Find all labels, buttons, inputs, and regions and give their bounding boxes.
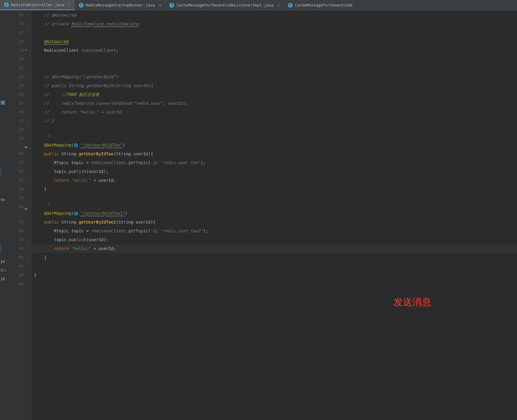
code-line[interactable]: RedissonClient redissonClient;: [32, 46, 517, 55]
tab-redis-pub-controller[interactable]: C RedisPubController.java ×: [0, 0, 75, 10]
token: (userId);: [86, 237, 109, 242]
line-number[interactable]: 32: [6, 167, 32, 176]
code-line[interactable]: // @GetMapping("/getUserById"): [32, 72, 517, 81]
request-mapping-icon[interactable]: ◉: [25, 144, 27, 149]
fold-indicator[interactable]: —: [26, 13, 31, 17]
code-line[interactable]: RTopic topic = redissonClient.getTopic( …: [32, 158, 517, 167]
line-number[interactable]: 31: [6, 158, 32, 167]
code-line[interactable]: public String getUserByIdTwo(String user…: [32, 149, 517, 158]
fold-indicator[interactable]: —: [26, 75, 31, 79]
code-line[interactable]: [32, 125, 517, 134]
code-line[interactable]: }: [32, 271, 517, 279]
line-number[interactable]: 25: [6, 99, 32, 108]
token: }: [34, 187, 46, 191]
token: [34, 178, 54, 183]
line-number[interactable]: 17: [6, 28, 32, 37]
line-number-gutter[interactable]: 15—16⌄171819➜202122—2324252627⌄282930⌄◉3…: [6, 11, 32, 420]
code-line[interactable]: }: [32, 185, 517, 194]
token: "/getUserByIdTwo": [80, 143, 122, 147]
line-number[interactable]: 37: [6, 218, 32, 226]
line-number[interactable]: 38: [6, 226, 32, 235]
token: [34, 39, 44, 44]
editor-tab-bar: C RedisPubController.java × C RedisMessa…: [0, 0, 517, 11]
close-icon[interactable]: ×: [68, 3, 71, 7]
code-line[interactable]: // redisTemplate.convertAndSend("redis.u…: [32, 99, 517, 108]
vcs-modified-marker[interactable]: [0, 244, 1, 253]
bean-nav-icon[interactable]: ➜: [25, 47, 27, 52]
token: [34, 211, 44, 216]
tab-redis-message-startup-runner[interactable]: C RedisMessageStartupRunner.java ×: [75, 0, 166, 10]
code-line[interactable]: }: [32, 253, 517, 262]
line-number[interactable]: 20: [6, 55, 32, 64]
code-line[interactable]: // return "hello:" + userId;: [32, 108, 517, 116]
line-number[interactable]: 23: [6, 81, 32, 90]
line-number[interactable]: 19: [6, 46, 32, 55]
line-number[interactable]: 26: [6, 108, 32, 116]
tab-label: CacheMessageForTenantCode: [295, 3, 353, 7]
fold-indicator[interactable]: ⌄: [26, 22, 31, 26]
tab-cache-message-tenant-code[interactable]: C CacheMessageForTenantCode: [284, 0, 357, 10]
fold-indicator[interactable]: ⌄: [26, 119, 31, 123]
line-number[interactable]: 44: [6, 279, 32, 288]
close-icon[interactable]: ×: [159, 3, 161, 7]
line-number[interactable]: 43: [6, 271, 32, 279]
code-line[interactable]: [32, 55, 517, 64]
tab-cache-listener-impl[interactable]: C CacheMessageForTenantCodeListenerImpl.…: [165, 0, 284, 10]
line-number[interactable]: 30: [6, 149, 32, 158]
token: }: [34, 273, 36, 277]
token: [34, 101, 44, 106]
token: (: [71, 211, 74, 216]
request-mapping-icon[interactable]: ◉: [25, 206, 27, 211]
code-line[interactable]: // }: [32, 116, 517, 125]
token: // return "hello:" + userId;: [44, 110, 124, 114]
token: [34, 237, 54, 242]
code-line[interactable]: return "hello:" + userId;: [32, 176, 517, 185]
code-line[interactable]: [32, 262, 517, 271]
token: ;: [138, 21, 141, 26]
url-inlay-hint[interactable]: ⟲⌄: [32, 202, 517, 209]
code-line[interactable]: [32, 64, 517, 72]
url-inlay-hint[interactable]: ⟲⌄: [32, 134, 517, 141]
code-line[interactable]: // @Autowired: [32, 11, 517, 19]
code-line[interactable]: RTopic topic = redissonClient.getTopic( …: [32, 226, 517, 235]
fold-indicator[interactable]: ⌃: [26, 181, 31, 184]
code-line[interactable]: // //TODO 执行主业务: [32, 90, 517, 99]
fold-indicator[interactable]: ⌃: [26, 242, 31, 246]
code-line[interactable]: [32, 279, 517, 288]
code-line[interactable]: topic.publish(userId);: [32, 235, 517, 244]
code-line[interactable]: @GetMapping(🌐⌄"/getUserByIdTwo"): [32, 141, 517, 149]
line-number[interactable]: 34: [6, 185, 32, 194]
code-line[interactable]: [32, 194, 517, 202]
line-number[interactable]: 29: [6, 134, 32, 143]
code-line[interactable]: // private RedisTemplate redisTemplate;: [32, 19, 517, 28]
code-line[interactable]: @GetMapping(🌐⌄"/getUserByIdTwo1"): [32, 209, 517, 218]
close-icon[interactable]: ×: [277, 3, 280, 7]
token: @GetMapping: [44, 143, 71, 147]
code-line[interactable]: // public String getUserById(String user…: [32, 81, 517, 90]
code-line[interactable]: @Autowired: [32, 37, 517, 46]
code-line[interactable]: return "hello:" + userId;: [32, 244, 517, 253]
token: "redis.user.two": [161, 160, 201, 165]
editor-area: 2teya3:210 15—16⌄171819➜202122—232425262…: [0, 11, 517, 420]
line-number[interactable]: 24: [6, 90, 32, 99]
token: [34, 143, 44, 147]
fold-indicator[interactable]: ⌃: [26, 260, 31, 264]
line-number[interactable]: 28: [6, 125, 32, 134]
code-line[interactable]: public String getUserByIdTwo1(String use…: [32, 218, 517, 226]
fold-indicator[interactable]: ⌄: [26, 207, 31, 211]
fold-indicator[interactable]: ⌄: [26, 145, 31, 149]
code-line[interactable]: [32, 28, 517, 37]
token: 🌐⌄: [74, 211, 80, 216]
line-number[interactable]: 18: [6, 37, 32, 46]
token: redissonClient: [91, 160, 126, 165]
token: + userId;: [91, 178, 116, 183]
java-class-icon: C: [169, 3, 174, 8]
line-number[interactable]: 35: [6, 194, 32, 202]
line-number[interactable]: 21: [6, 64, 32, 72]
code-line[interactable]: topic.publish(userId);: [32, 167, 517, 176]
code-editor[interactable]: 发送消息 // @Autowired // private RedisTempl…: [32, 11, 517, 420]
token: "/getUserByIdTwo1": [80, 211, 125, 216]
annotation-overlay: 发送消息: [393, 296, 431, 309]
token: topic.: [54, 169, 69, 174]
vcs-modified-marker[interactable]: [0, 167, 1, 176]
